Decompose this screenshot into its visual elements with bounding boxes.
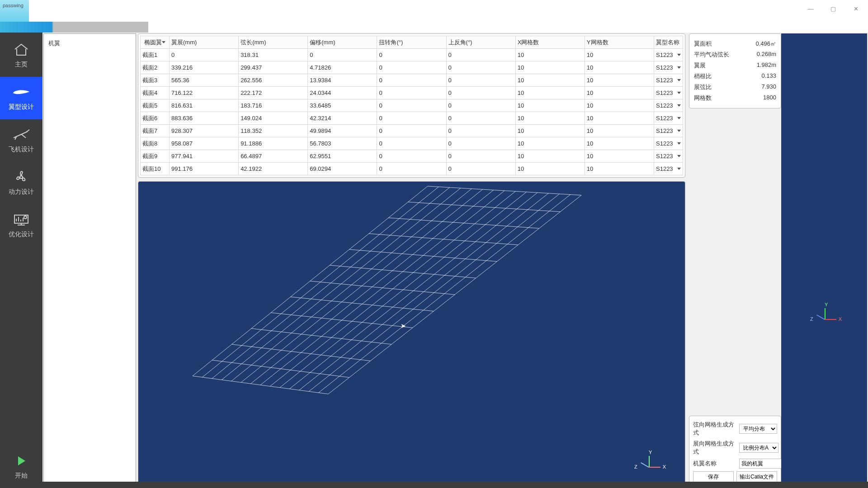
cell-twist[interactable]: 0 (377, 74, 446, 87)
cell-twist[interactable]: 0 (377, 125, 446, 137)
wing-shape-selector[interactable]: 椭圆翼 (141, 36, 170, 49)
cell-dihedral[interactable]: 0 (446, 87, 515, 99)
cell-ygrid[interactable]: 10 (585, 99, 654, 112)
cell-offset[interactable]: 42.3214 (308, 112, 377, 125)
cell-dihedral[interactable]: 0 (446, 74, 515, 87)
cell-span[interactable]: 816.631 (170, 99, 239, 112)
cell-span[interactable]: 716.122 (170, 87, 239, 99)
cell-offset[interactable]: 69.0294 (308, 163, 377, 175)
cell-offset[interactable]: 13.9384 (308, 74, 377, 87)
maximize-button[interactable]: ▢ (829, 5, 837, 13)
cell-twist[interactable]: 0 (377, 99, 446, 112)
cell-xgrid[interactable]: 10 (515, 74, 585, 87)
cell-dihedral[interactable]: 0 (446, 163, 515, 175)
cell-chord[interactable]: 183.716 (239, 99, 308, 112)
cell-xgrid[interactable]: 10 (515, 112, 585, 125)
nav-plane-design[interactable]: 飞机设计 (0, 119, 42, 162)
cell-offset[interactable]: 4.71826 (308, 61, 377, 74)
cell-xgrid[interactable]: 10 (515, 150, 585, 163)
cell-offset[interactable]: 24.0344 (308, 87, 377, 99)
cell-ygrid[interactable]: 10 (585, 61, 654, 74)
svg-line-25 (280, 192, 527, 388)
nav-power-design[interactable]: 动力设计 (0, 162, 42, 204)
cell-chord[interactable]: 222.172 (239, 87, 308, 99)
nav-start[interactable]: 开始 (0, 446, 42, 488)
cell-xgrid[interactable]: 10 (515, 125, 585, 137)
cell-xgrid[interactable]: 10 (515, 137, 585, 150)
cell-chord[interactable]: 149.024 (239, 112, 308, 125)
cell-ygrid[interactable]: 10 (585, 112, 654, 125)
cell-dihedral[interactable]: 0 (446, 112, 515, 125)
cell-xgrid[interactable]: 10 (515, 87, 585, 99)
cell-xgrid[interactable]: 10 (515, 163, 585, 175)
cell-dihedral[interactable]: 0 (446, 137, 515, 150)
cell-span[interactable]: 991.176 (170, 163, 239, 175)
cell-chord[interactable]: 318.31 (239, 49, 308, 61)
export-catia-button[interactable]: 输出Catia文件 (736, 471, 777, 482)
cell-ygrid[interactable]: 10 (585, 163, 654, 175)
tree-root-item[interactable]: 机翼 (48, 39, 131, 47)
cell-twist[interactable]: 0 (377, 87, 446, 99)
nav-wing-design[interactable]: 翼型设计 (0, 77, 42, 119)
cell-dihedral[interactable]: 0 (446, 61, 515, 74)
cell-ygrid[interactable]: 10 (585, 49, 654, 61)
cell-offset[interactable]: 0 (308, 49, 377, 61)
minimize-button[interactable]: — (807, 5, 815, 13)
span-method-select[interactable]: 比例分布A (739, 443, 778, 453)
cell-offset[interactable]: 56.7803 (308, 137, 377, 150)
cell-airfoil[interactable]: S1223 (654, 137, 683, 150)
wing-3d-viewport[interactable]: ➤ Y X Z (138, 181, 685, 487)
cell-dihedral[interactable]: 0 (446, 125, 515, 137)
cell-ygrid[interactable]: 10 (585, 150, 654, 163)
cell-xgrid[interactable]: 10 (515, 99, 585, 112)
cell-chord[interactable]: 262.556 (239, 74, 308, 87)
cell-dihedral[interactable]: 0 (446, 150, 515, 163)
cell-ygrid[interactable]: 10 (585, 125, 654, 137)
cell-twist[interactable]: 0 (377, 49, 446, 61)
cell-airfoil[interactable]: S1223 (654, 87, 683, 99)
cell-airfoil[interactable]: S1223 (654, 99, 683, 112)
cell-xgrid[interactable]: 10 (515, 49, 585, 61)
close-button[interactable]: ✕ (852, 5, 860, 13)
cell-twist[interactable]: 0 (377, 137, 446, 150)
cell-twist[interactable]: 0 (377, 150, 446, 163)
secondary-3d-viewport[interactable]: Y X Z (781, 33, 867, 487)
cell-airfoil[interactable]: S1223 (654, 112, 683, 125)
cell-ygrid[interactable]: 10 (585, 87, 654, 99)
cell-chord[interactable]: 91.1886 (239, 137, 308, 150)
cell-ygrid[interactable]: 10 (585, 137, 654, 150)
cell-span[interactable]: 928.307 (170, 125, 239, 137)
cell-airfoil[interactable]: S1223 (654, 125, 683, 137)
cell-dihedral[interactable]: 0 (446, 49, 515, 61)
cell-ygrid[interactable]: 10 (585, 74, 654, 87)
save-button[interactable]: 保存 (693, 471, 734, 482)
table-row: 截面5816.631183.71633.6485001010S1223 (141, 99, 683, 112)
cell-twist[interactable]: 0 (377, 61, 446, 74)
cell-chord[interactable]: 299.437 (239, 61, 308, 74)
cell-offset[interactable]: 62.9551 (308, 150, 377, 163)
cell-chord[interactable]: 66.4897 (239, 150, 308, 163)
cell-airfoil[interactable]: S1223 (654, 150, 683, 163)
cell-span[interactable]: 958.087 (170, 137, 239, 150)
cell-twist[interactable]: 0 (377, 112, 446, 125)
cell-offset[interactable]: 49.9894 (308, 125, 377, 137)
cell-airfoil[interactable]: S1223 (654, 49, 683, 61)
cell-airfoil[interactable]: S1223 (654, 74, 683, 87)
cell-airfoil[interactable]: S1223 (654, 61, 683, 74)
nav-home[interactable]: 主页 (0, 34, 42, 77)
cell-offset[interactable]: 33.6485 (308, 99, 377, 112)
cell-chord[interactable]: 118.352 (239, 125, 308, 137)
chord-method-select[interactable]: 平均分布 (739, 424, 777, 434)
cell-xgrid[interactable]: 10 (515, 61, 585, 74)
cell-span[interactable]: 883.636 (170, 112, 239, 125)
cell-chord[interactable]: 42.1922 (239, 163, 308, 175)
cell-span[interactable]: 565.36 (170, 74, 239, 87)
nav-optimize-design[interactable]: 优化设计 (0, 204, 42, 247)
chevron-down-icon (677, 168, 681, 170)
cell-airfoil[interactable]: S1223 (654, 163, 683, 175)
cell-span[interactable]: 0 (170, 49, 239, 61)
cell-twist[interactable]: 0 (377, 163, 446, 175)
cell-dihedral[interactable]: 0 (446, 99, 515, 112)
cell-span[interactable]: 339.216 (170, 61, 239, 74)
cell-span[interactable]: 977.941 (170, 150, 239, 163)
